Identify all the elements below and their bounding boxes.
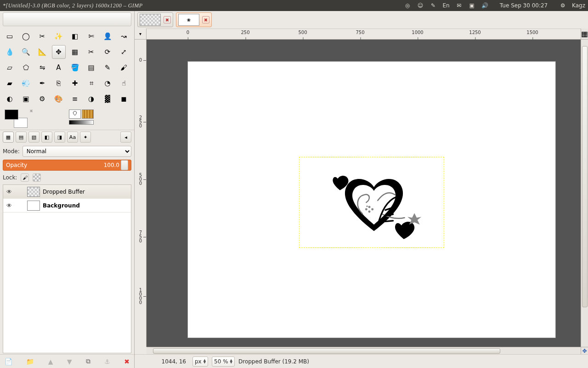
tool-crop[interactable]: ✂ [85,45,98,59]
brush-pattern-gradient[interactable] [69,109,94,125]
tool-zoom[interactable]: 🔍 [19,45,33,59]
tool-ellipse-select[interactable]: ◯ [19,29,33,43]
tab-fonts[interactable]: Aa [67,132,78,143]
canvas-viewport[interactable] [147,40,581,347]
tool-measure[interactable]: 📐 [35,45,49,59]
tab-tool-options[interactable]: ▦ [3,132,14,143]
layer-row[interactable]: 👁Background [3,199,131,213]
tool-scissors[interactable]: ✄ [85,29,98,43]
tool-blend[interactable]: ▤ [85,61,98,75]
tool-free-select[interactable]: ✂ [35,29,49,43]
sound-icon[interactable]: 🔊 [481,2,488,9]
tool-flip[interactable]: ⇋ [35,61,49,75]
opacity-spinner[interactable] [121,160,128,170]
layer-name[interactable]: Dropped Buffer [43,189,129,195]
tool-paintbrush[interactable]: 🖌 [117,61,131,75]
swap-colors-icon[interactable]: ⤭ [29,109,33,113]
tool-gegl[interactable]: ⚙ [35,92,49,106]
tool-colors[interactable]: 🎨 [52,92,66,106]
tool-dodge[interactable]: ◐ [3,92,17,106]
messaging-icon[interactable]: ☺ [417,2,424,9]
tool-desaturate[interactable]: ◑ [85,92,98,106]
user-label[interactable]: Kagz [572,2,585,9]
tab-undo[interactable]: ✦ [80,132,91,143]
mail-icon[interactable]: ✉ [455,2,463,9]
tool-pencil[interactable]: ✎ [101,61,114,75]
gear-icon[interactable]: ⚙ [559,2,566,9]
opacity-slider[interactable]: Opacity 100.0 [3,160,131,171]
layers-list[interactable]: 👁Dropped Buffer👁Background [3,184,131,353]
new-group-icon[interactable]: 📁 [26,358,34,365]
tool-threshold[interactable]: ◼ [117,92,131,106]
visibility-toggle[interactable]: 👁 [5,202,13,209]
tab-close-icon[interactable]: ✖ [164,16,171,23]
zoom-select[interactable]: 50 %▲▼ [212,356,235,367]
tool-eraser[interactable]: ▰ [3,76,17,90]
anchor-layer-icon[interactable]: ⚓ [104,358,110,365]
tool-scale[interactable]: ⤢ [117,45,131,59]
scrollbar-vertical[interactable] [581,40,588,347]
network-icon[interactable]: ✎ [430,2,437,9]
tab-device-status[interactable]: ▤ [16,132,27,143]
image-tab[interactable]: ✖ [137,12,173,27]
delete-layer-icon[interactable]: ✖ [124,358,130,365]
battery-icon[interactable]: ▣ [468,2,475,9]
tab-channels[interactable]: ◧ [41,132,52,143]
tool-move[interactable]: ✥ [52,45,66,59]
tool-fuzzy-select[interactable]: ✨ [52,29,66,43]
tool-foreground-select[interactable]: 👤 [101,29,114,43]
tool-blur[interactable]: ◔ [101,76,114,90]
ruler-vertical[interactable]: 02505007501000 [135,40,147,347]
tool-clone[interactable]: ⎘ [52,76,66,90]
visibility-toggle[interactable]: 👁 [5,189,13,195]
tab-layers[interactable]: ▧ [28,132,40,143]
tool-rotate[interactable]: ⟳ [101,45,114,59]
tool-rect-select[interactable]: ▭ [3,29,17,43]
tab-paths[interactable]: ◨ [54,132,65,143]
clock[interactable]: Tue Sep 30 00:27 [494,2,554,9]
scrollbar-horizontal[interactable] [147,347,581,354]
layer-name[interactable]: Background [43,202,129,209]
lock-alpha-icon[interactable] [33,173,41,182]
tool-bucket-fill[interactable]: 🪣 [68,61,82,75]
tool-color-select[interactable]: ◧ [68,29,82,43]
ruler-horizontal[interactable]: 0250500750100012501500 [147,29,581,40]
tool-levels[interactable]: ≡ [68,92,82,106]
tool-paths[interactable]: ↝ [117,29,131,43]
tool-ink[interactable]: ✒ [35,76,49,90]
tool-text[interactable]: A [52,61,66,75]
opacity-value: 100.0 [104,162,119,168]
svg-point-2 [371,208,373,210]
raise-layer-icon[interactable]: ▲ [48,358,53,365]
navigation-icon[interactable]: ✥ [581,347,588,354]
color-swatches[interactable]: ⤭ [5,109,28,128]
tool-smudge[interactable]: ☝ [117,76,131,90]
tab-close-icon[interactable]: ✖ [202,16,209,23]
keyboard-lang[interactable]: En [442,2,450,9]
tool-airbrush[interactable]: 💨 [19,76,33,90]
indicator-icon[interactable]: ◎ [404,2,411,9]
tool-heal[interactable]: ✚ [68,76,82,90]
active-pattern[interactable] [82,109,94,119]
tool-shear[interactable]: ▱ [3,61,17,75]
active-brush[interactable] [69,109,81,119]
tool-perspective-clone[interactable]: ⌗ [85,76,98,90]
lock-pixels-icon[interactable]: 🖌 [21,173,29,182]
duplicate-layer-icon[interactable]: ⧉ [86,357,90,365]
active-gradient[interactable] [69,120,94,125]
new-layer-icon[interactable]: 📄 [5,358,12,365]
tool-align[interactable]: ▦ [68,45,82,59]
image-tab[interactable]: ❀✖ [176,12,212,27]
unit-select[interactable]: px▲▼ [192,356,208,367]
layer-row[interactable]: 👁Dropped Buffer [3,185,131,199]
lower-layer-icon[interactable]: ▼ [67,358,72,365]
ruler-origin[interactable]: ▾ [135,29,147,40]
tool-posterize[interactable]: ▓ [101,92,114,106]
mode-select[interactable]: Normal [23,146,131,157]
fg-color[interactable] [5,109,18,120]
quick-mask-toggle[interactable]: ▦ [581,29,588,40]
dock-menu-icon[interactable]: ◂ [120,132,131,143]
tool-perspective[interactable]: ⬠ [19,61,33,75]
tool-cage[interactable]: ▣ [19,92,33,106]
tool-color-picker[interactable]: 💧 [3,45,17,59]
